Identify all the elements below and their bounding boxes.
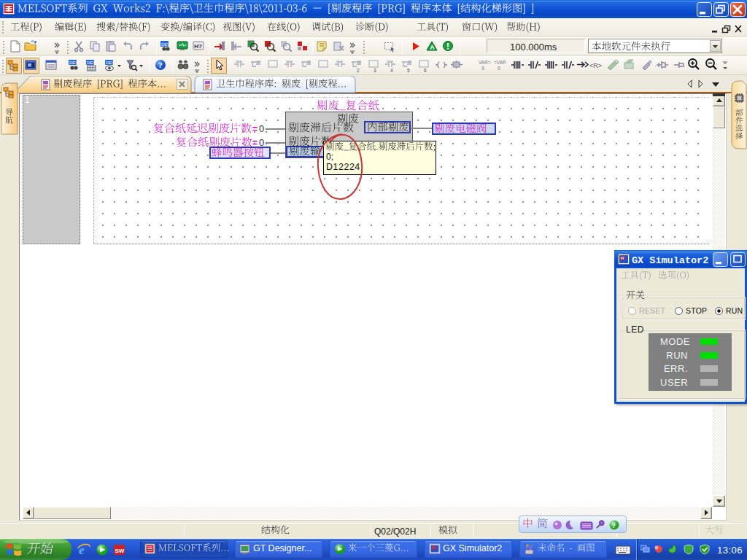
svg-text:DEV: DEV [87, 61, 96, 65]
svg-text:9: 9 [481, 66, 484, 71]
svg-text:H?: H? [194, 43, 202, 50]
svg-text:<R>: <R> [589, 62, 602, 69]
svg-text:2: 2 [357, 68, 360, 73]
svg-text:5: 5 [407, 68, 410, 73]
svg-text:6: 6 [424, 68, 427, 73]
svg-text:VAR=: VAR= [479, 60, 491, 65]
svg-text:DEV: DEV [106, 61, 115, 65]
svg-text:?: ? [158, 61, 163, 69]
svg-text:SW: SW [115, 548, 125, 554]
svg-text:?: ? [612, 522, 616, 529]
svg-text:4: 4 [390, 68, 393, 73]
svg-text:0: 0 [498, 66, 500, 71]
svg-text:A: A [430, 44, 435, 51]
svg-text:DEV: DEV [69, 61, 78, 65]
svg-text:3: 3 [374, 68, 376, 73]
svg-text:DEV: DEV [161, 42, 170, 47]
svg-text:=VAR: =VAR [494, 60, 506, 65]
